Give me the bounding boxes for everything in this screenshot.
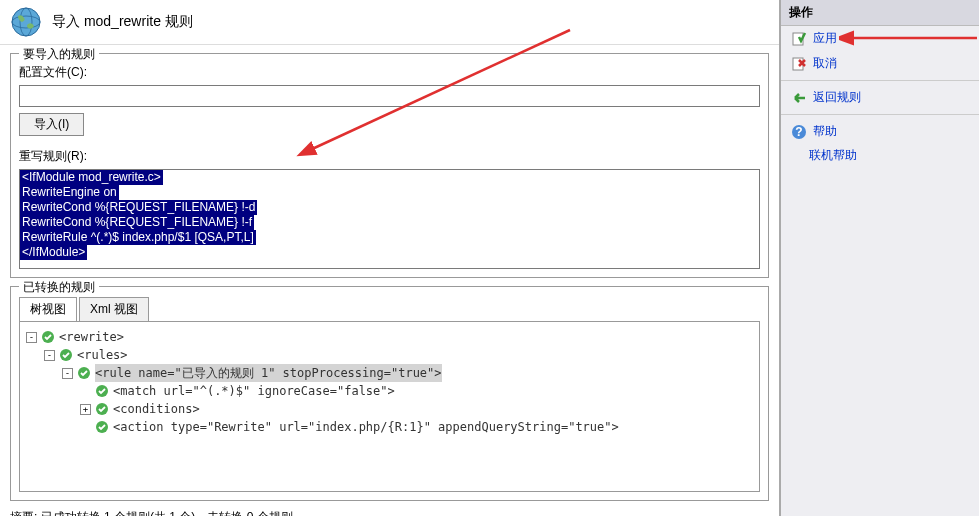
svg-point-0 <box>12 8 40 36</box>
back-label: 返回规则 <box>813 89 861 106</box>
help-label: 帮助 <box>813 123 837 140</box>
tree-conditions: <conditions> <box>113 400 200 418</box>
globe-icon <box>10 6 42 38</box>
tree-rewrite: <rewrite> <box>59 328 124 346</box>
tab-xml-view[interactable]: Xml 视图 <box>79 297 149 321</box>
check-icon <box>41 330 55 344</box>
config-file-label: 配置文件(C): <box>19 64 760 81</box>
back-action[interactable]: 返回规则 <box>781 85 979 110</box>
actions-header: 操作 <box>781 0 979 26</box>
tree-toggle[interactable]: - <box>44 350 55 361</box>
tree-rule: <rule name="已导入的规则 1" stopProcessing="tr… <box>95 364 442 382</box>
tab-tree-view[interactable]: 树视图 <box>19 297 77 321</box>
tree-match: <match url="^(.*)$" ignoreCase="false"> <box>113 382 395 400</box>
online-help-action[interactable]: 联机帮助 <box>809 144 979 167</box>
tree-toggle[interactable]: - <box>62 368 73 379</box>
page-title: 导入 mod_rewrite 规则 <box>52 13 193 31</box>
check-icon <box>95 384 109 398</box>
rewrite-line: RewriteCond %{REQUEST_FILENAME} !-d <box>20 200 257 215</box>
converted-legend: 已转换的规则 <box>19 279 99 296</box>
rewrite-line: RewriteCond %{REQUEST_FILENAME} !-f <box>20 215 254 230</box>
apply-icon <box>791 31 807 47</box>
help-action[interactable]: ? 帮助 <box>781 119 979 144</box>
apply-label: 应用 <box>813 30 837 47</box>
import-legend: 要导入的规则 <box>19 46 99 63</box>
check-icon <box>59 348 73 362</box>
rewrite-rules-label: 重写规则(R): <box>19 148 760 165</box>
check-icon <box>77 366 91 380</box>
rewrite-line: <IfModule mod_rewrite.c> <box>20 170 163 185</box>
help-icon: ? <box>791 124 807 140</box>
config-file-input[interactable] <box>19 85 760 107</box>
back-arrow-icon <box>791 90 807 106</box>
check-icon <box>95 402 109 416</box>
tree-view[interactable]: - <rewrite> - <rules> - <rule name="已导入的… <box>19 322 760 492</box>
rewrite-rules-textarea[interactable]: <IfModule mod_rewrite.c> RewriteEngine o… <box>19 169 760 269</box>
tree-toggle[interactable]: + <box>80 404 91 415</box>
check-icon <box>95 420 109 434</box>
tree-action: <action type="Rewrite" url="index.php/{R… <box>113 418 619 436</box>
cancel-icon <box>791 56 807 72</box>
cancel-action[interactable]: 取消 <box>781 51 979 76</box>
svg-text:?: ? <box>795 125 802 139</box>
rewrite-line: </IfModule> <box>20 245 87 260</box>
summary-text: 摘要: 已成功转换 1 个规则(共 1 个)。未转换 0 个规则。 <box>10 509 769 516</box>
tree-rules: <rules> <box>77 346 128 364</box>
import-button[interactable]: 导入(I) <box>19 113 84 136</box>
apply-action[interactable]: 应用 <box>781 26 979 51</box>
rewrite-line: RewriteEngine on <box>20 185 119 200</box>
rewrite-line: RewriteRule ^(.*)$ index.php/$1 [QSA,PT,… <box>20 230 256 245</box>
tree-toggle[interactable]: - <box>26 332 37 343</box>
cancel-label: 取消 <box>813 55 837 72</box>
